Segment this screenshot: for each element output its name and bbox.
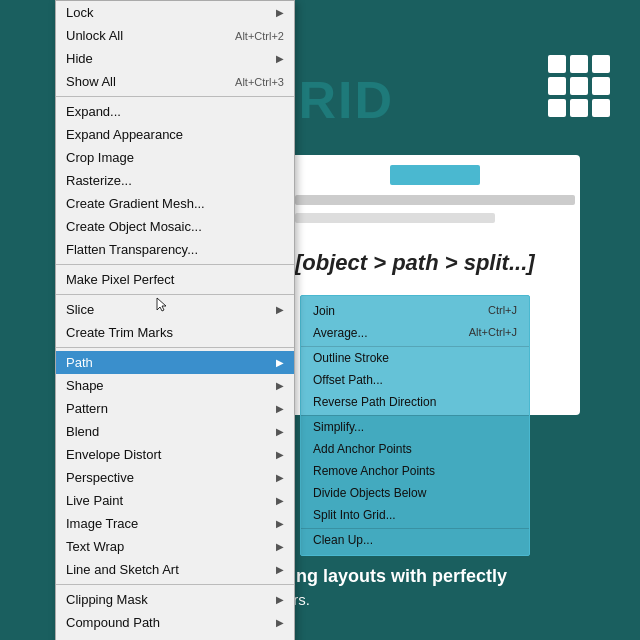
menu-item-shape[interactable]: Shape ▶ xyxy=(56,374,294,397)
path-submenu-item-simplify[interactable]: Simplify... xyxy=(301,415,529,438)
menu-item-show-all-label: Show All xyxy=(66,74,116,89)
menu-item-perspective-label: Perspective xyxy=(66,470,134,485)
menu-item-crop-image[interactable]: Crop Image xyxy=(56,146,294,169)
menu-item-image-trace[interactable]: Image Trace ▶ xyxy=(56,512,294,535)
menu-item-crop-image-label: Crop Image xyxy=(66,150,134,165)
path-submenu-average-label: Average... xyxy=(313,326,367,340)
menu-item-live-paint[interactable]: Live Paint ▶ xyxy=(56,489,294,512)
content-blue-bar xyxy=(390,165,480,185)
menu-item-live-paint-arrow: ▶ xyxy=(276,495,284,506)
path-submenu-item-add-anchor[interactable]: Add Anchor Points xyxy=(301,438,529,460)
menu-item-lock[interactable]: Lock ▶ xyxy=(56,1,294,24)
bottom-text-line1: ting layouts with perfectly xyxy=(285,564,507,589)
path-submenu-item-split-grid[interactable]: Split Into Grid... xyxy=(301,504,529,526)
menu-item-live-paint-label: Live Paint xyxy=(66,493,123,508)
path-submenu-split-grid-label: Split Into Grid... xyxy=(313,508,396,522)
menu-item-blend-label: Blend xyxy=(66,424,99,439)
menu-item-compound-path-label: Compound Path xyxy=(66,615,160,630)
path-submenu-outline-label: Outline Stroke xyxy=(313,351,389,365)
menu-item-pixel-perfect-label: Make Pixel Perfect xyxy=(66,272,174,287)
menu-item-pattern-label: Pattern xyxy=(66,401,108,416)
menu-item-shape-label: Shape xyxy=(66,378,104,393)
menu-item-envelope-distort-arrow: ▶ xyxy=(276,449,284,460)
menu-item-pattern[interactable]: Pattern ▶ xyxy=(56,397,294,420)
menu-item-hide-arrow: ▶ xyxy=(276,53,284,64)
path-submenu-reverse-label: Reverse Path Direction xyxy=(313,395,436,409)
menu-item-text-wrap[interactable]: Text Wrap ▶ xyxy=(56,535,294,558)
path-submenu-simplify-label: Simplify... xyxy=(313,420,364,434)
menu-item-pixel-perfect[interactable]: Make Pixel Perfect xyxy=(56,268,294,291)
menu-item-slice-label: Slice xyxy=(66,302,94,317)
content-gray-line2 xyxy=(295,213,495,223)
menu-item-clipping-mask-label: Clipping Mask xyxy=(66,592,148,607)
path-submenu-item-average[interactable]: Average... Alt+Ctrl+J xyxy=(301,322,529,344)
menu-item-perspective-arrow: ▶ xyxy=(276,472,284,483)
menu-item-path-label: Path xyxy=(66,355,93,370)
menu-item-flatten-transparency[interactable]: Flatten Transparency... xyxy=(56,238,294,261)
menu-separator-2 xyxy=(56,264,294,265)
menu-item-blend-arrow: ▶ xyxy=(276,426,284,437)
path-submenu-item-divide[interactable]: Divide Objects Below xyxy=(301,482,529,504)
menu-item-line-sketch-label: Line and Sketch Art xyxy=(66,562,179,577)
menu-item-compound-path-arrow: ▶ xyxy=(276,617,284,628)
menu-item-line-sketch[interactable]: Line and Sketch Art ▶ xyxy=(56,558,294,581)
path-submenu-item-remove-anchor[interactable]: Remove Anchor Points xyxy=(301,460,529,482)
menu-item-hide[interactable]: Hide ▶ xyxy=(56,47,294,70)
grid-icon xyxy=(548,55,610,117)
menu-item-flatten-transparency-label: Flatten Transparency... xyxy=(66,242,198,257)
content-gray-line1 xyxy=(295,195,575,205)
path-submenu-join-label: Join xyxy=(313,304,335,318)
menu-item-line-sketch-arrow: ▶ xyxy=(276,564,284,575)
menu-item-show-all[interactable]: Show All Alt+Ctrl+3 xyxy=(56,70,294,93)
path-submenu-join-shortcut: Ctrl+J xyxy=(488,304,517,318)
menu-item-unlock-all[interactable]: Unlock All Alt+Ctrl+2 xyxy=(56,24,294,47)
path-submenu-item-cleanup[interactable]: Clean Up... xyxy=(301,528,529,551)
path-submenu-item-join[interactable]: Join Ctrl+J xyxy=(301,300,529,322)
menu-item-perspective[interactable]: Perspective ▶ xyxy=(56,466,294,489)
menu-item-object-mosaic-label: Create Object Mosaic... xyxy=(66,219,202,234)
menu-item-unlock-all-label: Unlock All xyxy=(66,28,123,43)
menu-item-hide-label: Hide xyxy=(66,51,93,66)
menu-item-envelope-distort-label: Envelope Distort xyxy=(66,447,161,462)
menu-separator-3 xyxy=(56,294,294,295)
menu-item-expand-appearance-label: Expand Appearance xyxy=(66,127,183,142)
menu-item-rasterize-label: Rasterize... xyxy=(66,173,132,188)
path-submenu-item-offset[interactable]: Offset Path... xyxy=(301,369,529,391)
menu-item-text-wrap-arrow: ▶ xyxy=(276,541,284,552)
menu-item-gradient-mesh[interactable]: Create Gradient Mesh... xyxy=(56,192,294,215)
menu-item-slice-arrow: ▶ xyxy=(276,304,284,315)
menu-item-expand-label: Expand... xyxy=(66,104,121,119)
bottom-text-line2: ers. xyxy=(285,589,507,610)
menu-item-expand-appearance[interactable]: Expand Appearance xyxy=(56,123,294,146)
menu-item-clipping-mask[interactable]: Clipping Mask ▶ xyxy=(56,588,294,611)
menu-item-envelope-distort[interactable]: Envelope Distort ▶ xyxy=(56,443,294,466)
path-submenu-average-shortcut: Alt+Ctrl+J xyxy=(469,326,517,340)
menu-item-artboards[interactable]: Artboards ▶ xyxy=(56,634,294,640)
context-menu: Lock ▶ Unlock All Alt+Ctrl+2 Hide ▶ Show… xyxy=(55,0,295,640)
menu-item-image-trace-label: Image Trace xyxy=(66,516,138,531)
menu-item-rasterize[interactable]: Rasterize... xyxy=(56,169,294,192)
menu-item-shape-arrow: ▶ xyxy=(276,380,284,391)
menu-item-expand[interactable]: Expand... xyxy=(56,100,294,123)
bottom-text: ting layouts with perfectly ers. xyxy=(285,564,507,610)
path-submenu-divide-label: Divide Objects Below xyxy=(313,486,426,500)
menu-item-path[interactable]: Path ▶ xyxy=(56,351,294,374)
menu-item-trim-marks[interactable]: Create Trim Marks xyxy=(56,321,294,344)
object-path-text: [object > path > split...] xyxy=(295,250,535,276)
menu-item-lock-label: Lock xyxy=(66,5,93,20)
path-submenu-offset-label: Offset Path... xyxy=(313,373,383,387)
menu-separator-1 xyxy=(56,96,294,97)
menu-item-show-all-shortcut: Alt+Ctrl+3 xyxy=(235,76,284,88)
path-submenu-item-reverse[interactable]: Reverse Path Direction xyxy=(301,391,529,413)
menu-item-object-mosaic[interactable]: Create Object Mosaic... xyxy=(56,215,294,238)
menu-item-text-wrap-label: Text Wrap xyxy=(66,539,124,554)
menu-item-lock-arrow: ▶ xyxy=(276,7,284,18)
path-submenu-item-outline[interactable]: Outline Stroke xyxy=(301,346,529,369)
menu-item-blend[interactable]: Blend ▶ xyxy=(56,420,294,443)
menu-item-compound-path[interactable]: Compound Path ▶ xyxy=(56,611,294,634)
menu-item-slice[interactable]: Slice ▶ xyxy=(56,298,294,321)
path-submenu-remove-anchor-label: Remove Anchor Points xyxy=(313,464,435,478)
menu-item-image-trace-arrow: ▶ xyxy=(276,518,284,529)
path-submenu: Join Ctrl+J Average... Alt+Ctrl+J Outlin… xyxy=(300,295,530,556)
path-submenu-cleanup-label: Clean Up... xyxy=(313,533,373,547)
